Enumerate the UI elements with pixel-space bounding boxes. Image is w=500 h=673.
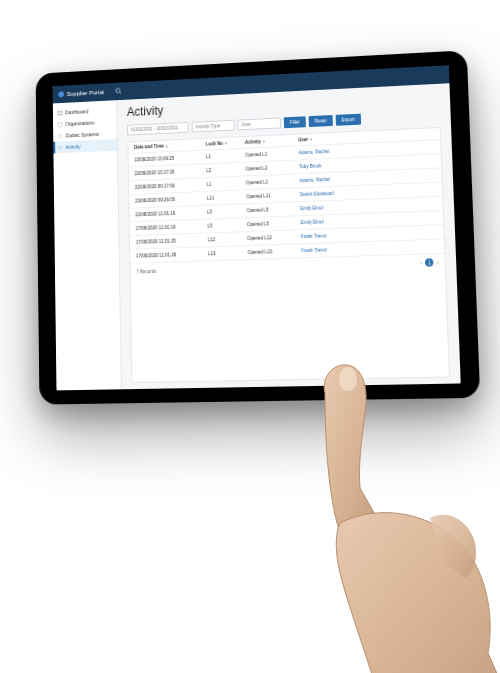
cell-datetime: 22/08/2020 15:17:30 [135, 168, 207, 176]
cell-lock: L5 [207, 222, 246, 228]
sidebar-item-label: Activity [66, 144, 81, 150]
svg-line-1 [120, 92, 122, 94]
cell-datetime: 22/08/2020 11:01:19 [135, 210, 207, 218]
cell-activity: Opened L11 [246, 192, 300, 199]
pagination: ‹ 1 › [420, 258, 438, 267]
cell-lock: L13 [208, 250, 248, 256]
sidebar-item-label: Zodiac Systems [65, 131, 99, 138]
cell-datetime: 17/08/2020 11:01:28 [136, 251, 208, 258]
svg-rect-2 [58, 110, 60, 112]
activity-table: Date and Time▲ Lock No▼ Activity▼ User▼ [127, 127, 450, 383]
cell-user[interactable]: Adams, Rachel [299, 144, 435, 155]
sort-icon: ▼ [224, 141, 228, 146]
cell-user[interactable]: Derick Eastwood [300, 187, 436, 197]
cell-user[interactable]: Frank Trevor [301, 230, 438, 240]
activity-icon [58, 145, 63, 150]
cell-datetime: 22/08/2020 15:09:25 [134, 154, 206, 162]
cell-lock: L5 [207, 208, 246, 214]
tablet-bezel: Supplier Portal Dashboard [36, 50, 481, 404]
filter-button[interactable]: Filter [284, 116, 306, 128]
cell-activity: Opened L13 [248, 248, 302, 255]
page-number[interactable]: 1 [425, 258, 434, 266]
sidebar: Dashboard Organizations Zodiac Systems [53, 100, 122, 390]
cell-activity: Opened L2 [245, 164, 299, 171]
sidebar-item-label: Organizations [65, 120, 94, 127]
cell-lock: L2 [206, 167, 245, 174]
cell-lock: L1 [207, 180, 246, 187]
cell-lock: L12 [208, 236, 248, 242]
date-range-input[interactable]: 01/02/2021 - 20/02/2021 [127, 122, 189, 136]
col-header-activity[interactable]: Activity▼ [245, 137, 299, 144]
export-button[interactable]: Export [335, 114, 361, 126]
sort-icon: ▼ [262, 139, 266, 144]
cell-lock: L11 [207, 194, 246, 200]
sort-icon: ▲ [165, 143, 169, 148]
cell-user[interactable]: Emily Elrod [300, 201, 436, 211]
cell-datetime: 23/08/2020 09:26:00 [135, 196, 207, 204]
cell-activity: Opened L1 [246, 178, 300, 185]
cell-datetime: 17/08/2020 11:01:25 [136, 237, 208, 244]
sidebar-item-label: Dashboard [65, 108, 88, 115]
records-count: 7 Records [136, 268, 156, 274]
svg-point-0 [116, 88, 120, 92]
user-select[interactable]: User [237, 117, 281, 130]
cell-user[interactable]: Emily Elrod [301, 215, 437, 225]
cell-activity: Opened L5 [246, 206, 300, 213]
cell-user[interactable]: Toby Brook [299, 159, 435, 170]
system-icon [58, 133, 63, 138]
svg-rect-3 [60, 110, 62, 112]
sidebar-item-activity[interactable]: Activity [53, 139, 117, 154]
building-icon [58, 122, 63, 127]
cell-activity: Opened L12 [247, 234, 301, 241]
cell-activity: Opened L1 [245, 150, 299, 157]
cell-user[interactable]: Frank Trevor [301, 244, 438, 254]
next-page-icon[interactable]: › [437, 259, 439, 265]
app-title: Supplier Portal [67, 89, 104, 97]
activity-type-select[interactable]: Activity Type [192, 120, 235, 133]
cell-datetime: 22/08/2020 09:17:56 [135, 182, 207, 190]
cell-user[interactable]: Adams, Rachel [299, 173, 435, 184]
svg-point-7 [58, 134, 62, 138]
main-content: Activity 01/02/2021 - 20/02/2021 Activit… [117, 83, 461, 389]
col-header-datetime[interactable]: Date and Time▲ [134, 142, 206, 150]
svg-rect-4 [58, 113, 60, 115]
prev-page-icon[interactable]: ‹ [420, 260, 422, 266]
app-logo-icon [58, 91, 64, 97]
reset-button[interactable]: Reset [309, 115, 333, 127]
svg-rect-5 [60, 113, 62, 115]
screen: Supplier Portal Dashboard [53, 65, 461, 390]
dashboard-icon [58, 110, 63, 115]
cell-datetime: 17/08/2020 11:01:19 [136, 224, 208, 232]
cell-activity: Opened L5 [247, 220, 301, 227]
cell-lock: L1 [206, 153, 245, 160]
col-header-lock[interactable]: Lock No▼ [206, 140, 245, 147]
sort-icon: ▼ [309, 137, 313, 142]
search-icon[interactable] [115, 87, 122, 95]
svg-rect-6 [58, 122, 62, 126]
